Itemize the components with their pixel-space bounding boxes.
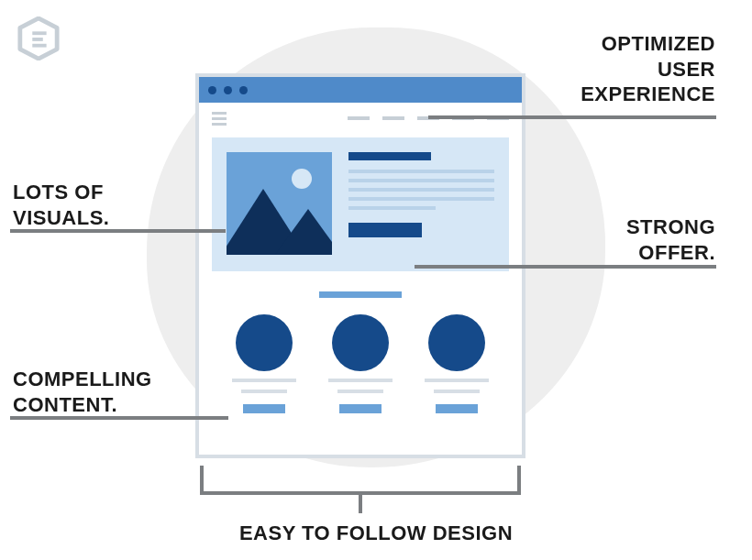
callout-optimized-ux: OPTIMIZED USER EXPERIENCE xyxy=(581,31,715,107)
headline-placeholder xyxy=(348,152,431,160)
text-line-placeholder xyxy=(232,379,296,382)
hero-image-icon xyxy=(227,152,332,255)
callout-line xyxy=(428,115,716,119)
text-line-placeholder xyxy=(348,188,494,192)
nav-link-placeholder xyxy=(348,116,370,120)
feature-button-placeholder xyxy=(436,404,478,413)
hero-text-block xyxy=(348,152,494,257)
feature-item xyxy=(227,314,301,413)
text-line-placeholder xyxy=(328,379,393,382)
callout-strong-offer: STRONG OFFER. xyxy=(626,214,715,265)
feature-button-placeholder xyxy=(339,404,382,413)
svg-rect-2 xyxy=(32,38,43,41)
nav-link-placeholder xyxy=(382,116,404,120)
hamburger-icon xyxy=(212,112,227,126)
mountain-icon xyxy=(275,209,332,255)
bracket-line xyxy=(359,495,362,513)
text-line-placeholder xyxy=(348,170,494,173)
feature-row xyxy=(199,314,522,413)
feature-item xyxy=(420,314,493,413)
text-line-placeholder xyxy=(348,197,494,201)
callout-line xyxy=(415,265,716,269)
browser-title-bar xyxy=(199,77,522,103)
callout-easy-design: EASY TO FOLLOW DESIGN xyxy=(0,521,752,546)
callout-visuals: LOTS OF VISUALS. xyxy=(13,180,109,230)
cta-button-placeholder xyxy=(348,223,422,237)
hero-section xyxy=(212,137,509,271)
svg-rect-3 xyxy=(32,44,46,48)
text-line-placeholder xyxy=(241,390,287,393)
window-dot-icon xyxy=(239,86,248,94)
callout-compelling-content: COMPELLING CONTENT. xyxy=(13,367,152,417)
svg-rect-1 xyxy=(32,31,46,35)
window-dot-icon xyxy=(208,86,216,94)
text-line-placeholder xyxy=(348,206,436,210)
feature-circle-icon xyxy=(428,314,485,371)
text-line-placeholder xyxy=(434,390,480,393)
text-line-placeholder xyxy=(348,179,494,182)
feature-circle-icon xyxy=(236,314,293,371)
section-divider xyxy=(319,291,402,298)
feature-circle-icon xyxy=(332,314,389,371)
text-line-placeholder xyxy=(337,390,383,393)
sun-icon xyxy=(292,169,312,189)
feature-item xyxy=(324,314,397,413)
text-line-placeholder xyxy=(425,379,489,382)
feature-button-placeholder xyxy=(243,404,285,413)
logo-icon xyxy=(17,16,61,60)
window-dot-icon xyxy=(224,86,232,94)
